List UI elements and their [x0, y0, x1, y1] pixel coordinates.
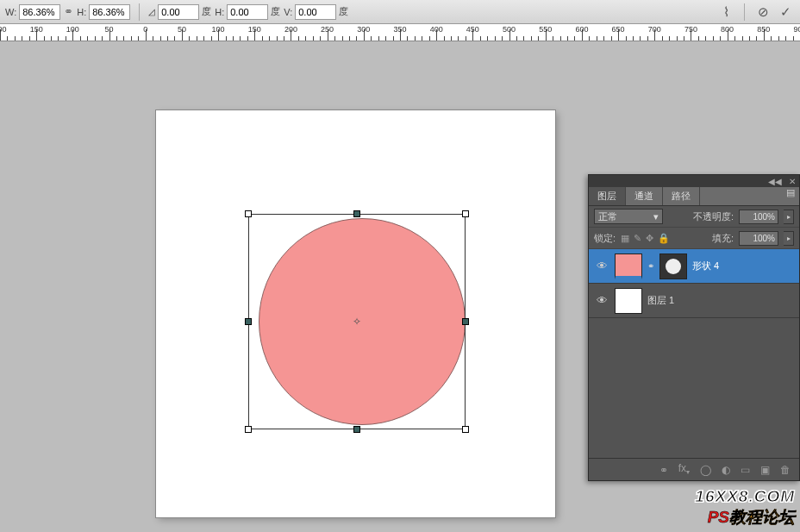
width-label: W:	[5, 7, 16, 17]
height-label: H:	[77, 7, 86, 17]
transform-handle-bottom-right[interactable]	[462, 426, 469, 433]
warp-mode-icon[interactable]: ⌇	[716, 3, 735, 22]
width-field: W:	[5, 4, 60, 20]
transform-handle-right[interactable]	[462, 318, 469, 325]
layers-panel-footer: ⚭ fx▾ ◯ ◐ ▭ ▣ 🗑	[589, 458, 799, 480]
hskew-input[interactable]	[227, 4, 268, 20]
hskew-field: H: 度	[215, 4, 280, 20]
hskew-unit: 度	[271, 5, 280, 18]
opacity-value[interactable]: 100%	[739, 210, 778, 224]
lock-all-icon[interactable]: 🔒	[658, 233, 670, 244]
lock-fill-row: 锁定: ▦ ✎ ✥ 🔒 填充: 100% ▸	[589, 228, 799, 249]
horizontal-ruler: 2001501005005010015020025030035040045050…	[0, 24, 800, 41]
cancel-transform-icon[interactable]: ⊘	[753, 3, 772, 22]
transform-handle-top-left[interactable]	[245, 210, 252, 217]
transform-options-bar: W: ⚭ H: ◿ 度 H: 度 V: 度 ⌇ ⊘ ✓	[0, 0, 800, 24]
vskew-unit: 度	[339, 5, 348, 18]
angle-field: ◿ 度	[148, 4, 211, 20]
commit-transform-icon[interactable]: ✓	[776, 3, 795, 22]
transform-bounding-box[interactable]: ✧	[248, 214, 466, 429]
separator	[744, 3, 745, 21]
layer-row[interactable]: 👁 ⚭ 形状 4	[589, 249, 799, 284]
opacity-label: 不透明度:	[693, 210, 734, 223]
lock-pixels-icon[interactable]: ✎	[634, 233, 641, 244]
workspace: ✧ ◀◀ ✕ 图层 通道 路径 ▤ 正常▾ 不透明度: 100% ▸ 锁定: ▦…	[0, 41, 800, 532]
height-input[interactable]	[89, 4, 130, 20]
watermark: 16XX8.COM PS教程论坛	[695, 487, 795, 529]
transform-handle-bottom-left[interactable]	[245, 426, 252, 433]
vector-mask-thumbnail[interactable]	[659, 253, 687, 279]
adjustment-layer-icon[interactable]: ◐	[722, 464, 730, 476]
height-field: H:	[77, 4, 130, 20]
collapse-icon[interactable]: ◀◀	[768, 177, 782, 186]
link-aspect-icon[interactable]: ⚭	[64, 5, 73, 18]
vskew-label: V:	[284, 7, 292, 17]
angle-input[interactable]	[158, 4, 199, 20]
transform-handle-bottom[interactable]	[353, 426, 360, 433]
lock-label: 锁定:	[594, 232, 616, 245]
blend-mode-select[interactable]: 正常▾	[594, 209, 663, 224]
transform-handle-left[interactable]	[245, 318, 252, 325]
watermark-text: PS教程论坛	[695, 506, 795, 529]
opacity-arrow-icon[interactable]: ▸	[784, 210, 794, 224]
transform-handle-top[interactable]	[353, 210, 360, 217]
tab-layers[interactable]: 图层	[589, 187, 626, 205]
watermark-url: 16XX8.COM	[695, 487, 795, 506]
panel-titlebar[interactable]: ◀◀ ✕	[589, 175, 799, 187]
layer-row[interactable]: 👁 图层 1	[589, 284, 799, 318]
blend-opacity-row: 正常▾ 不透明度: 100% ▸	[589, 206, 799, 228]
panel-menu-icon[interactable]: ▤	[782, 187, 799, 205]
fill-arrow-icon[interactable]: ▸	[784, 231, 794, 246]
layer-name[interactable]: 图层 1	[647, 294, 674, 307]
new-layer-icon[interactable]: ▣	[760, 464, 770, 476]
width-input[interactable]	[19, 4, 60, 20]
layer-name[interactable]: 形状 4	[692, 260, 719, 272]
tab-channels[interactable]: 通道	[626, 187, 663, 205]
fill-label: 填充:	[712, 232, 734, 245]
link-layers-icon[interactable]: ⚭	[659, 464, 668, 476]
angle-icon: ◿	[148, 7, 155, 16]
angle-unit: 度	[202, 5, 211, 18]
vskew-input[interactable]	[295, 4, 336, 20]
vskew-field: V: 度	[284, 4, 348, 20]
transform-center-icon[interactable]: ✧	[353, 316, 361, 328]
delete-layer-icon[interactable]: 🗑	[780, 464, 791, 476]
close-panel-icon[interactable]: ✕	[789, 177, 796, 186]
hskew-label: H:	[215, 7, 224, 17]
fill-value[interactable]: 100%	[739, 231, 778, 246]
layer-style-icon[interactable]: fx▾	[678, 462, 690, 476]
layer-thumbnail[interactable]	[615, 253, 642, 279]
layer-thumbnail[interactable]	[615, 288, 642, 314]
separator	[139, 3, 140, 21]
lock-icons: ▦ ✎ ✥ 🔒	[621, 233, 670, 244]
visibility-eye-icon[interactable]: 👁	[594, 259, 609, 274]
layers-list: 👁 ⚭ 形状 4 👁 图层 1	[589, 249, 799, 458]
tab-paths[interactable]: 路径	[663, 187, 700, 205]
add-mask-icon[interactable]: ◯	[700, 464, 711, 476]
layers-panel: ◀◀ ✕ 图层 通道 路径 ▤ 正常▾ 不透明度: 100% ▸ 锁定: ▦ ✎…	[588, 174, 800, 481]
mask-link-icon[interactable]: ⚭	[647, 261, 654, 271]
lock-position-icon[interactable]: ✥	[646, 233, 653, 244]
transform-handle-top-right[interactable]	[462, 210, 469, 217]
panel-tabs: 图层 通道 路径 ▤	[589, 187, 799, 206]
visibility-eye-icon[interactable]: 👁	[594, 293, 609, 309]
lock-transparency-icon[interactable]: ▦	[621, 233, 629, 244]
new-group-icon[interactable]: ▭	[741, 464, 750, 476]
